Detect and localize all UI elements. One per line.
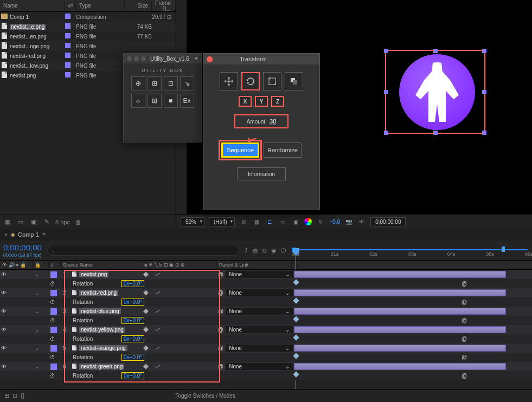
graph-editor-icon[interactable]: ◉: [271, 247, 277, 254]
preview-timecode[interactable]: 0;00;00;00: [370, 217, 406, 226]
switch-icon[interactable]: [156, 347, 161, 350]
label-color[interactable]: [50, 345, 57, 352]
toggle-switches-button[interactable]: Toggle Switches / Modes: [175, 393, 235, 399]
work-area-end[interactable]: [502, 247, 505, 252]
pickwhip-icon[interactable]: @: [218, 345, 223, 351]
parent-select[interactable]: None⌄: [226, 326, 293, 333]
guides-icon[interactable]: ▦: [252, 217, 261, 226]
snapshot-icon[interactable]: 📷: [344, 217, 353, 226]
rotate-button[interactable]: [241, 72, 260, 90]
close-icon[interactable]: [207, 56, 213, 62]
randomize-button[interactable]: Randomize: [264, 142, 302, 158]
region-icon[interactable]: ▭: [278, 217, 287, 226]
visibility-icon[interactable]: 👁: [0, 345, 8, 351]
exposure-reset-icon[interactable]: ↻: [316, 217, 325, 226]
zoom-select[interactable]: 50%: [181, 217, 204, 226]
source-name-col[interactable]: Source Name: [61, 262, 142, 268]
utility-tool-button[interactable]: Ex: [180, 94, 194, 108]
draft-3d-icon[interactable]: ⬡: [281, 247, 286, 254]
layer-name[interactable]: nextist-yellow.png: [79, 327, 125, 333]
switch-icon[interactable]: [156, 273, 161, 276]
switch-icon[interactable]: [143, 346, 149, 351]
twirl-icon[interactable]: ⌄: [33, 308, 41, 314]
close-tab-icon[interactable]: ×: [4, 231, 8, 238]
motion-blur-icon[interactable]: ⊚: [262, 247, 267, 254]
layer-bar[interactable]: [294, 345, 506, 352]
project-item[interactable]: Comp 1 Composition 29.97 ⊡: [0, 12, 176, 22]
parent-select[interactable]: None⌄: [226, 363, 293, 370]
col-size[interactable]: Size: [125, 1, 152, 10]
amount-field[interactable]: Amount 30: [234, 114, 289, 128]
switch-icon[interactable]: [143, 290, 149, 296]
pickwhip-icon[interactable]: @: [218, 271, 223, 277]
project-item[interactable]: nextist...nge.png PNG file: [0, 41, 176, 51]
opacity-button[interactable]: [285, 72, 303, 90]
utility-tool-button[interactable]: ⊡: [164, 76, 178, 90]
stopwatch-icon[interactable]: ⏱: [49, 373, 56, 379]
layer-name[interactable]: nextist-red.png: [79, 290, 118, 296]
layer-bar[interactable]: [294, 363, 506, 370]
handle-icon[interactable]: [433, 49, 438, 53]
stopwatch-icon[interactable]: ⏱: [49, 281, 56, 287]
switch-icon[interactable]: [143, 364, 149, 369]
brush-icon[interactable]: ✎: [42, 218, 51, 226]
switch-icon[interactable]: [156, 310, 161, 313]
pickwhip-icon[interactable]: @: [218, 308, 223, 314]
col-type[interactable]: Type: [76, 1, 125, 10]
property-row[interactable]: ⏱ Rotation 0x+0.0° @: [0, 297, 532, 307]
property-value[interactable]: 0x+0.0°: [121, 317, 144, 324]
handle-icon[interactable]: [482, 49, 486, 53]
utility-tool-button[interactable]: ⊞: [148, 76, 162, 90]
property-row[interactable]: ⏱ Rotation 0x+0.0° @: [0, 371, 532, 380]
parent-select[interactable]: None⌄: [226, 289, 293, 296]
visibility-icon[interactable]: 👁: [0, 271, 8, 277]
switch-icon[interactable]: [143, 327, 149, 333]
parent-col[interactable]: Parent & Link: [217, 262, 292, 268]
folder-icon[interactable]: ▭: [16, 218, 25, 226]
label-color[interactable]: [50, 308, 57, 315]
switch-icon[interactable]: [143, 272, 149, 277]
grid-icon[interactable]: ⊞: [239, 217, 248, 226]
axis-x-button[interactable]: X: [239, 96, 252, 107]
expression-icon[interactable]: @: [457, 317, 532, 323]
label-color[interactable]: [50, 364, 57, 370]
utility-tool-button[interactable]: ↘: [180, 76, 194, 90]
trash-icon[interactable]: 🗑: [74, 218, 83, 226]
property-value[interactable]: 0x+0.0°: [121, 372, 144, 379]
handle-icon[interactable]: [482, 131, 486, 135]
col-name[interactable]: Name: [0, 1, 65, 10]
twirl-icon[interactable]: ⌄: [33, 364, 41, 369]
switch-icon[interactable]: [156, 365, 161, 368]
project-item[interactable]: nextist...en.png PNG file 77 KB: [0, 31, 176, 41]
axis-y-button[interactable]: Y: [255, 96, 268, 107]
amount-value[interactable]: 30: [270, 118, 276, 125]
utility-tool-button[interactable]: ⊕: [131, 76, 145, 90]
shy-icon[interactable]: ⤴: [245, 247, 248, 254]
col-frame[interactable]: Frame R...: [152, 0, 176, 14]
handle-icon[interactable]: [384, 90, 388, 94]
twirl-icon[interactable]: ⌄: [33, 271, 41, 277]
twirl-icon[interactable]: ⌄: [33, 345, 41, 351]
handle-icon[interactable]: [384, 49, 388, 53]
label-color[interactable]: [50, 290, 57, 296]
pickwhip-icon[interactable]: @: [218, 364, 223, 369]
tl-footer-icon[interactable]: ⊞: [4, 392, 9, 399]
handle-icon[interactable]: [433, 131, 438, 135]
timeline-tab[interactable]: Comp 1: [18, 231, 39, 238]
visibility-icon[interactable]: 👁: [0, 290, 8, 296]
tl-footer-icon[interactable]: ⊡: [12, 392, 17, 399]
frame-blend-icon[interactable]: ▤: [252, 247, 258, 254]
switch-icon[interactable]: [156, 291, 161, 295]
bin-icon[interactable]: ▦: [3, 218, 12, 226]
layer-bar[interactable]: [294, 326, 506, 333]
utility-tool-button[interactable]: ■: [164, 94, 178, 108]
layer-name[interactable]: nextist-blue.png: [79, 308, 121, 314]
property-row[interactable]: ⏱ Rotation 0x+0.0° @: [0, 353, 532, 362]
label-color[interactable]: [50, 271, 57, 278]
exposure-value[interactable]: +0.0: [329, 219, 340, 225]
utility-tool-button[interactable]: ⊞: [148, 94, 162, 108]
timeline-search-input[interactable]: ⌕: [47, 245, 239, 256]
switch-icon[interactable]: [156, 328, 161, 332]
visibility-icon[interactable]: 👁: [0, 308, 8, 314]
stopwatch-icon[interactable]: ⏱: [49, 336, 56, 342]
